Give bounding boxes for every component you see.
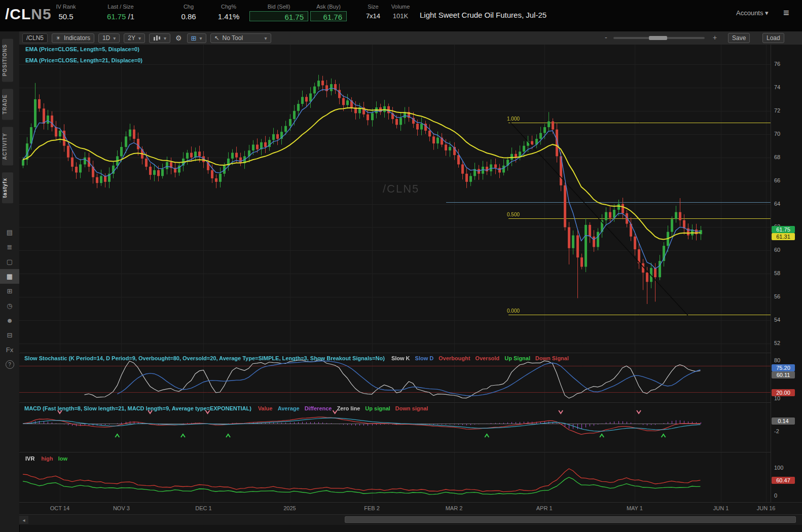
sidebar-tab-activity[interactable]: ACTIVITY <box>2 127 13 166</box>
time-label-oct-14: OCT 14 <box>48 505 72 511</box>
price-tick-54: 54 <box>774 317 780 323</box>
chart-scrollbar[interactable]: ◂ <box>19 514 802 525</box>
chg-pct-value: 1.41% <box>214 12 243 21</box>
macd-legend: ValueAverageDifferenceZero lineUp signal… <box>253 405 428 411</box>
grid-icon[interactable]: ⊞ <box>0 284 19 298</box>
timeframe-dropdown[interactable]: 1D▾ <box>98 33 120 43</box>
save-button[interactable]: Save <box>728 33 750 43</box>
scrollbar-left-arrow-icon[interactable]: ◂ <box>19 516 28 524</box>
ivr-tick-0: 0 <box>774 492 777 499</box>
macd-legend-item-3: Zero line <box>337 405 360 411</box>
fib-label-0500[interactable]: 0.500 <box>507 212 520 217</box>
indicators-icon: ☀ <box>56 35 61 42</box>
bid-field: Bid (Sell) <box>249 4 308 10</box>
fib-label-1000[interactable]: 1.000 <box>507 116 520 122</box>
volume-label: Volume <box>386 4 415 10</box>
contract-description: Light Sweet Crude Oil Futures, Jul-25 <box>420 11 546 19</box>
stochastic-legend-item-1: Slow D <box>415 355 434 361</box>
ask-label: Ask (Buy) <box>310 4 347 10</box>
study-label-ema5[interactable]: EMA (Price=CLOSE, Length=5, Displace=0) <box>25 46 139 52</box>
macd-legend-item-2: Difference <box>305 405 332 411</box>
price-tick-68: 68 <box>774 154 780 160</box>
chevron-down-icon: ▾ <box>113 35 116 41</box>
help-icon-glyph: ? <box>6 360 14 369</box>
ema-value-badge: 61.31 <box>772 233 795 240</box>
macd-tick: -2 <box>774 428 779 434</box>
zoom-slider[interactable] <box>613 37 705 39</box>
stoch-tick-80: 80 <box>774 357 780 363</box>
price-tick-60: 60 <box>774 247 780 253</box>
ivr-title[interactable]: IVR <box>25 455 34 462</box>
chevron-down-icon: ▾ <box>138 35 141 41</box>
last-value: 61.75 <box>107 12 126 21</box>
price-tick-74: 74 <box>774 84 780 90</box>
chevron-down-icon: ▾ <box>200 35 202 41</box>
archive-icon[interactable]: ⊟ <box>0 328 19 343</box>
grid-layout-dropdown[interactable]: ⊞ ▾ <box>187 33 206 43</box>
time-label-mar-2: MAR 2 <box>442 505 466 511</box>
load-button[interactable]: Load <box>762 33 784 43</box>
chg-label: Chg <box>176 4 201 10</box>
bid-button[interactable]: 61.75 <box>249 11 308 21</box>
chg-pct-field: Chg% 1.41% <box>214 4 243 21</box>
chart-type-dropdown[interactable]: ▾ <box>149 33 170 43</box>
fx-icon[interactable]: Fx <box>0 343 19 357</box>
menu-icon[interactable]: ≡ <box>783 7 789 19</box>
list-icon[interactable]: ≣ <box>0 240 19 254</box>
chart-watermark: /CLN5 <box>383 182 419 196</box>
time-axis[interactable]: OCT 14NOV 3DEC 12025FEB 2MAR 2APR 1MAY 1… <box>19 502 802 515</box>
chg-field: Chg 0.86 <box>176 4 201 21</box>
sidebar-tab-tastyfx[interactable]: tastyfx <box>2 172 13 203</box>
zoom-slider-thumb[interactable] <box>649 36 667 40</box>
accounts-button[interactable]: Accounts ▾ <box>736 9 769 17</box>
price-axis[interactable]: 76747270686664626058565452 61.75 61.31 8… <box>771 45 802 502</box>
clock-icon[interactable]: ◷ <box>0 298 19 313</box>
ask-field: Ask (Buy) <box>310 4 347 10</box>
study-label-ema21[interactable]: EMA (Price=CLOSE, Length=21, Displace=0) <box>25 57 142 63</box>
macd-title-row: MACD (Fast length=8, Slow length=21, MAC… <box>24 405 428 411</box>
sidebar-tab-trade[interactable]: TRADE <box>2 89 13 120</box>
settings-button[interactable]: ⚙ <box>174 33 183 43</box>
chevron-down-icon: ▾ <box>265 35 267 41</box>
size-value: 7x14 <box>361 12 385 20</box>
ivr-legend-item-1: low <box>58 455 67 462</box>
time-label-2025: 2025 <box>278 505 302 511</box>
gear-icon: ⚙ <box>175 34 182 42</box>
package-icon[interactable]: ▢ <box>0 254 19 269</box>
macd-title[interactable]: MACD (Fast length=8, Slow length=21, MAC… <box>24 405 251 411</box>
stoch-slowk-badge: 60.11 <box>772 371 795 378</box>
sidebar-tab-positions[interactable]: POSITIONS <box>2 39 13 82</box>
price-chart-canvas[interactable] <box>19 45 771 352</box>
range-dropdown[interactable]: 2Y▾ <box>124 33 145 43</box>
stochastic-title[interactable]: Slow Stochastic (K Period=14, D Period=9… <box>24 355 385 361</box>
active-chart-icon[interactable]: ▦ <box>0 269 19 284</box>
size-label: Size <box>361 4 385 10</box>
ivr-legend-item-0: high <box>41 455 53 462</box>
scrollbar-thumb[interactable] <box>345 516 796 523</box>
stoch-slowd-badge: 75.20 <box>772 364 795 371</box>
ask-button[interactable]: 61.76 <box>310 11 347 21</box>
macd-value-badge: 0.14 <box>772 417 795 425</box>
zoom-out-button[interactable]: - <box>605 33 607 42</box>
stochastic-title-row: Slow Stochastic (K Period=14, D Period=9… <box>24 355 569 361</box>
macd-legend-item-5: Down signal <box>395 405 428 411</box>
macd-legend-item-1: Average <box>278 405 300 411</box>
stoch-tick-10: 10 <box>774 395 780 401</box>
zoom-in-button[interactable]: + <box>713 33 717 42</box>
help-icon[interactable]: ? <box>0 357 19 372</box>
last-size-value: /1 <box>128 12 135 21</box>
indicators-button[interactable]: ☀ Indicators <box>52 33 94 43</box>
ivr-legend: highlow <box>36 455 67 462</box>
fib-label-0000[interactable]: 0.000 <box>507 308 520 314</box>
left-sidebar: POSITIONSTRADEACTIVITYtastyfx ▤≣▢▦⊞◷☻⊟Fx… <box>0 31 20 532</box>
symbol-tab[interactable]: /CLN5 <box>22 33 48 43</box>
price-tick-64: 64 <box>774 201 780 207</box>
drawing-tool-dropdown[interactable]: ↖No Tool ▾ <box>210 33 271 43</box>
price-tick-66: 66 <box>774 177 780 183</box>
stochastic-legend-item-4: Up Signal <box>504 355 530 361</box>
ivr-canvas[interactable] <box>19 452 771 502</box>
chevron-down-icon: ▾ <box>164 35 166 41</box>
people-icon[interactable]: ☻ <box>0 313 19 328</box>
time-label-dec-1: DEC 1 <box>191 505 215 511</box>
chart-doc-icon[interactable]: ▤ <box>0 225 19 240</box>
